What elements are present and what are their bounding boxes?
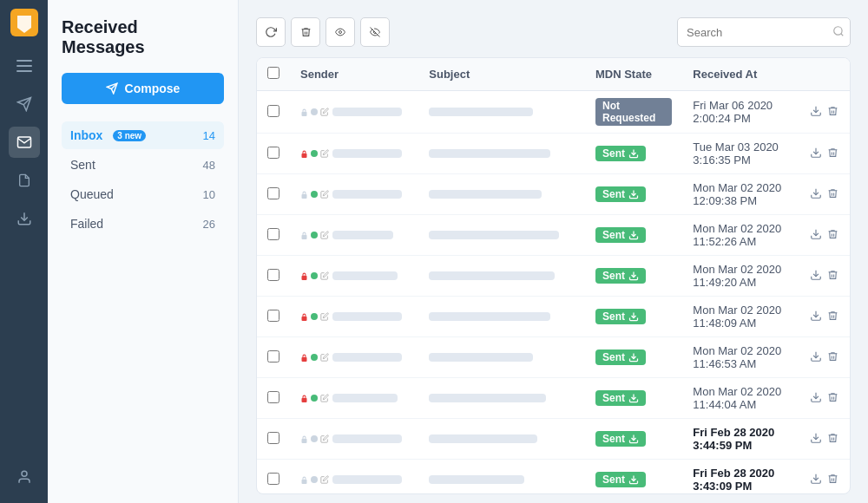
row-checkbox-3[interactable] [267,228,279,240]
svg-rect-15 [302,111,307,115]
actions-cell [799,419,850,460]
row-checkbox-cell[interactable] [257,256,290,297]
subject-cell [418,256,585,297]
subject-cell [418,215,585,256]
delete-action-icon[interactable] [827,105,838,120]
row-checkbox-cell[interactable] [257,134,290,174]
row-checkbox-4[interactable] [267,269,279,281]
sidebar-item-sent[interactable]: Sent 48 [62,151,224,179]
row-checkbox-cell[interactable] [257,174,290,215]
view-button[interactable] [326,17,355,47]
row-checkbox-cell[interactable] [257,91,290,134]
sidebar-item-failed[interactable]: Failed 26 [62,210,224,238]
search-input[interactable] [687,26,832,39]
search-box[interactable] [677,17,851,47]
delete-action-icon[interactable] [827,350,838,365]
received-date: Mon Mar 02 2020 11:52:26 AM [693,222,781,248]
row-checkbox-cell[interactable] [257,460,290,495]
row-checkbox-cell[interactable] [257,378,290,419]
hide-button[interactable] [360,17,390,47]
download-action-icon[interactable] [810,269,822,284]
delete-action-icon[interactable] [827,310,838,324]
select-all-checkbox[interactable] [267,67,279,79]
lock-icon [300,434,308,444]
mdn-cell: Sent [585,419,682,460]
user-icon[interactable] [9,461,40,493]
received-date: Mon Mar 02 2020 11:46:53 AM [693,344,781,370]
svg-rect-17 [302,153,307,157]
row-checkbox-7[interactable] [267,391,279,403]
received-date: Tue Mar 03 2020 3:16:35 PM [693,140,779,167]
actions-cell [799,134,850,174]
svg-rect-3 [16,65,32,67]
row-checkbox-cell[interactable] [257,215,290,256]
inbox-icon[interactable] [9,127,40,158]
lock-icon [300,231,308,240]
row-checkbox-cell[interactable] [257,419,290,460]
mdn-cell: Sent [585,337,682,378]
download-action-icon[interactable] [810,473,822,487]
sender-cell [290,378,418,419]
svg-rect-29 [302,316,307,320]
download-action-icon[interactable] [810,147,822,161]
send-icon[interactable] [9,88,40,120]
edit-icon [320,271,329,280]
download-action-icon[interactable] [810,310,822,324]
doc-icon[interactable] [9,165,40,196]
table-body: Not Requested Fri Mar 06 2020 2:00:24 PM [257,91,850,495]
download-icon[interactable] [9,203,40,234]
sidebar-item-queued[interactable]: Queued 10 [62,180,224,208]
compose-button[interactable]: Compose [62,73,224,104]
received-cell: Mon Mar 02 2020 11:44:04 AM [682,378,799,419]
delete-action-icon[interactable] [827,391,838,406]
download-action-icon[interactable] [810,350,822,365]
download-action-icon[interactable] [810,228,822,243]
svg-point-11 [339,31,342,34]
row-checkbox-5[interactable] [267,310,279,322]
lock-icon [300,271,308,281]
row-checkbox-9[interactable] [267,473,279,485]
delete-action-icon[interactable] [827,147,838,161]
delete-button[interactable] [291,17,320,47]
download-action-icon[interactable] [810,391,822,406]
subject-placeholder [429,271,555,280]
nav-count-queued: 10 [203,188,215,201]
select-all-header[interactable] [257,58,290,91]
delete-action-icon[interactable] [827,269,838,284]
delete-action-icon[interactable] [827,187,838,202]
row-checkbox-1[interactable] [267,147,279,159]
sidebar-item-inbox[interactable]: Inbox 3 new 14 [62,121,224,149]
mdn-cell: Not Requested [585,91,682,134]
row-checkbox-cell[interactable] [257,297,290,337]
download-action-icon[interactable] [810,432,822,447]
sender-placeholder [332,108,402,116]
menu-icon[interactable] [9,50,40,82]
lock-icon [300,394,308,403]
sender-cell [290,297,418,337]
row-checkbox-8[interactable] [267,432,279,444]
delete-action-icon[interactable] [827,228,838,243]
search-icon [832,25,845,40]
table-row: Sent Mon Mar 02 2020 12:09:38 PM [257,174,850,215]
nav-label-queued: Queued [70,187,114,201]
row-checkbox-0[interactable] [267,105,279,117]
sender-placeholder [332,149,402,158]
sender-placeholder [332,190,402,199]
mdn-badge: Sent [595,472,646,487]
row-checkbox-cell[interactable] [257,337,290,378]
delete-action-icon[interactable] [827,473,838,487]
received-date: Mon Mar 02 2020 11:44:04 AM [693,385,781,411]
delete-action-icon[interactable] [827,432,838,447]
row-checkbox-2[interactable] [267,187,279,199]
download-action-icon[interactable] [810,105,822,120]
svg-point-13 [834,26,842,34]
download-action-icon[interactable] [810,187,822,202]
received-date: Fri Mar 06 2020 2:00:24 PM [693,99,773,125]
svg-rect-41 [302,479,307,483]
row-checkbox-6[interactable] [267,350,279,363]
received-cell: Mon Mar 02 2020 12:09:38 PM [682,174,799,215]
subject-cell [418,91,585,134]
refresh-button[interactable] [256,17,286,47]
subject-cell [418,297,585,337]
page-title: Received Messages [62,17,224,57]
